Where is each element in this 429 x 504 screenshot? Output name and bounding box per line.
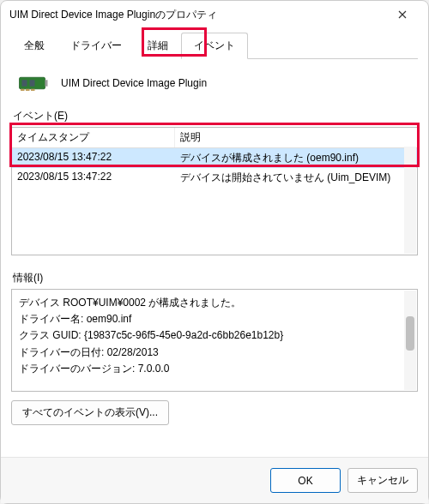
events-listview[interactable]: タイムスタンプ 説明 2023/08/15 13:47:22 デバイスが構成され…: [11, 127, 418, 255]
svg-rect-1: [22, 80, 27, 87]
close-button[interactable]: [385, 3, 420, 27]
events-scrollbar[interactable]: [404, 147, 416, 254]
tab-strip: 全般 ドライバー 詳細 イベント: [11, 32, 418, 59]
info-line: ドライバーの日付: 02/28/2013: [19, 345, 410, 361]
view-all-events-button[interactable]: すべてのイベントの表示(V)...: [11, 400, 169, 425]
column-timestamp[interactable]: タイムスタンプ: [12, 128, 175, 147]
close-icon: [398, 10, 407, 19]
events-header: タイムスタンプ 説明: [12, 128, 417, 148]
device-card-icon: [18, 73, 49, 93]
cancel-button[interactable]: キャンセル: [347, 468, 418, 493]
dialog-footer: OK キャンセル: [1, 457, 428, 503]
tab-driver[interactable]: ドライバー: [57, 33, 135, 59]
event-row[interactable]: 2023/08/15 13:47:22 デバイスは開始されていません (Uim_…: [12, 168, 417, 188]
events-label: イベント(E): [11, 109, 418, 127]
tab-general[interactable]: 全般: [11, 33, 57, 59]
tab-details[interactable]: 詳細: [135, 33, 181, 59]
info-scrollbar[interactable]: [404, 291, 416, 390]
svg-rect-3: [45, 80, 48, 87]
info-label: 情報(I): [11, 271, 418, 289]
svg-rect-6: [31, 89, 35, 91]
info-textarea[interactable]: デバイス ROOT¥UIM¥0002 が構成されました。 ドライバー名: oem…: [11, 289, 418, 392]
info-line: クラス GUID: {19837c5c-96f5-45e0-9a2d-c6bb2…: [19, 327, 410, 344]
ok-button[interactable]: OK: [270, 468, 341, 493]
info-line: ドライバーのバージョン: 7.0.0.0: [19, 361, 410, 377]
svg-rect-2: [30, 80, 35, 87]
info-line: デバイス ROOT¥UIM¥0002 が構成されました。: [19, 295, 410, 311]
tab-events[interactable]: イベント: [181, 33, 248, 59]
titlebar: UIM Direct Device Image Pluginのプロパティ: [1, 1, 428, 28]
event-description: デバイスが構成されました (oem90.inf): [175, 148, 417, 168]
event-description: デバイスは開始されていません (Uim_DEVIM): [175, 168, 417, 188]
svg-rect-5: [26, 89, 30, 91]
column-description[interactable]: 説明: [175, 128, 417, 147]
content-area: 全般 ドライバー 詳細 イベント UIM Direct Device Image…: [1, 28, 428, 457]
events-body: 2023/08/15 13:47:22 デバイスが構成されました (oem90.…: [12, 148, 417, 255]
properties-dialog: UIM Direct Device Image Pluginのプロパティ 全般 …: [0, 0, 429, 504]
scrollbar-thumb[interactable]: [406, 316, 414, 351]
device-header: UIM Direct Device Image Plugin: [11, 59, 418, 109]
window-title: UIM Direct Device Image Pluginのプロパティ: [9, 8, 385, 22]
event-timestamp: 2023/08/15 13:47:22: [12, 168, 175, 188]
event-row[interactable]: 2023/08/15 13:47:22 デバイスが構成されました (oem90.…: [12, 148, 417, 168]
info-line: ドライバー名: oem90.inf: [19, 311, 410, 327]
svg-rect-4: [21, 89, 25, 91]
event-timestamp: 2023/08/15 13:47:22: [12, 148, 175, 168]
device-name: UIM Direct Device Image Plugin: [61, 77, 207, 89]
